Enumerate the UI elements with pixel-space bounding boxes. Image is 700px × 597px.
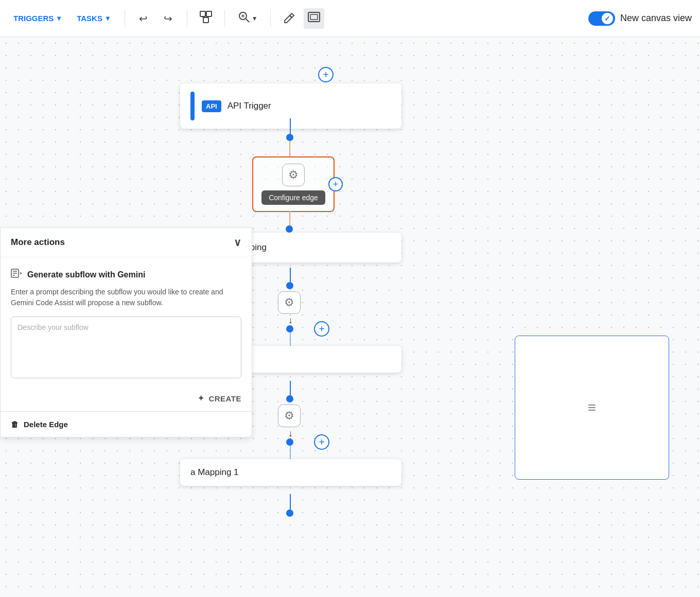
create-label: CREATE	[208, 394, 241, 403]
zoom-button[interactable]: ▼	[233, 7, 262, 29]
add-icon-bot: +	[319, 436, 325, 448]
svg-rect-0	[200, 11, 205, 16]
line-2	[290, 268, 291, 282]
tasks-button[interactable]: TASKS ▼	[72, 10, 116, 27]
dot-3	[286, 282, 293, 289]
line-4	[290, 381, 291, 395]
gemini-section: Generate subflow with Gemini Enter a pro…	[1, 257, 252, 389]
create-btn-row: ✦ CREATE	[1, 389, 252, 411]
api-trigger-title: API Trigger	[227, 101, 271, 111]
triggers-chevron-icon: ▼	[56, 14, 62, 22]
redo-icon: ↪	[164, 12, 172, 25]
add-circle-top[interactable]: +	[318, 67, 334, 82]
gear-icon: ⚙	[288, 168, 299, 182]
subflow-textarea[interactable]	[11, 317, 241, 378]
gear-flow-1[interactable]: ⚙	[278, 291, 301, 314]
svg-rect-10	[310, 14, 318, 20]
more-actions-header: More actions ∨	[1, 228, 252, 257]
toolbar-divider-2	[187, 10, 187, 27]
new-canvas-toggle-area: ✓ New canvas view	[588, 11, 692, 26]
toolbar: TRIGGERS ▼ TASKS ▼ ↩ ↪	[0, 0, 700, 37]
delete-edge-row[interactable]: 🗑 Delete Edge	[1, 411, 252, 437]
delete-icon: 🗑	[11, 420, 19, 429]
triggers-button[interactable]: TRIGGERS ▼	[8, 10, 67, 27]
arrow-down-2: ↓	[288, 428, 293, 439]
api-icon-area: API	[190, 92, 221, 120]
undo-icon: ↩	[139, 12, 148, 25]
new-canvas-toggle[interactable]: ✓	[588, 11, 615, 26]
dot-1	[286, 134, 293, 141]
svg-line-6	[246, 19, 249, 23]
svg-rect-1	[206, 11, 212, 16]
gear-flow-2[interactable]: ⚙	[278, 405, 301, 427]
gemini-title: Generate subflow with Gemini	[27, 270, 145, 279]
api-badge: API	[202, 100, 221, 112]
chevron-down-icon[interactable]: ∨	[234, 236, 241, 249]
line-1	[290, 118, 291, 134]
list-icon: ≡	[588, 399, 596, 416]
svg-rect-2	[203, 17, 208, 23]
configure-edge-box[interactable]: ⚙ Configure edge +	[252, 156, 335, 212]
mini-preview-box: ≡	[515, 336, 669, 480]
add-icon-right: +	[333, 179, 339, 190]
gemini-title-row: Generate subflow with Gemini	[11, 268, 241, 282]
canvas-view-button[interactable]	[304, 8, 324, 29]
layout-button[interactable]	[196, 8, 216, 29]
more-actions-title: More actions	[11, 237, 65, 248]
gemini-description: Enter a prompt describing the subflow yo…	[11, 287, 241, 308]
gear-icon-box: ⚙	[282, 164, 305, 186]
configure-edge-label: Configure edge	[261, 190, 325, 205]
zoom-icon	[237, 10, 251, 26]
triggers-label: TRIGGERS	[13, 14, 54, 23]
layout-icon	[199, 10, 213, 27]
tasks-chevron-icon: ▼	[104, 14, 111, 22]
dot-2	[286, 225, 293, 233]
add-circle-bot[interactable]: +	[314, 434, 329, 450]
line-5	[290, 446, 291, 460]
add-circle-right[interactable]: +	[328, 177, 343, 191]
edit-button[interactable]	[279, 8, 300, 29]
tasks-label: TASKS	[77, 14, 102, 23]
canvas-area: + API API Trigger ⚙ Configure edge + ↞ D…	[0, 37, 700, 597]
gemini-icon	[11, 268, 22, 282]
orange-line-2	[289, 211, 290, 225]
toolbar-divider-3	[224, 10, 225, 27]
new-canvas-label: New canvas view	[620, 13, 692, 24]
redo-button[interactable]: ↪	[158, 8, 179, 29]
edit-icon	[283, 10, 296, 26]
data-mapping-1-title: a Mapping 1	[190, 467, 239, 478]
zoom-chevron-icon: ▼	[252, 15, 258, 22]
data-mapping-1-node[interactable]: a Mapping 1	[180, 459, 401, 486]
toggle-check-icon: ✓	[604, 14, 610, 23]
orange-line-1	[289, 141, 290, 156]
dot-4	[286, 325, 293, 332]
canvas-view-icon	[307, 10, 321, 26]
add-circle-mid[interactable]: +	[314, 321, 329, 337]
create-button[interactable]: ✦ CREATE	[198, 394, 241, 403]
dot-6	[286, 438, 293, 446]
add-icon-top: +	[323, 69, 329, 81]
line-6	[290, 494, 291, 510]
arrow-down-1: ↓	[288, 315, 293, 326]
delete-edge-label: Delete Edge	[24, 420, 68, 429]
toolbar-divider-4	[270, 10, 271, 27]
dot-7	[286, 510, 293, 517]
create-icon: ✦	[198, 394, 205, 403]
more-actions-panel: More actions ∨ Generate subflow with Gem…	[0, 227, 252, 437]
line-3	[290, 332, 291, 347]
api-trigger-node[interactable]: API API Trigger	[180, 83, 401, 129]
undo-button[interactable]: ↩	[133, 8, 154, 29]
toolbar-divider-1	[125, 10, 125, 27]
add-icon-mid: +	[319, 323, 325, 335]
dot-5	[286, 395, 293, 402]
